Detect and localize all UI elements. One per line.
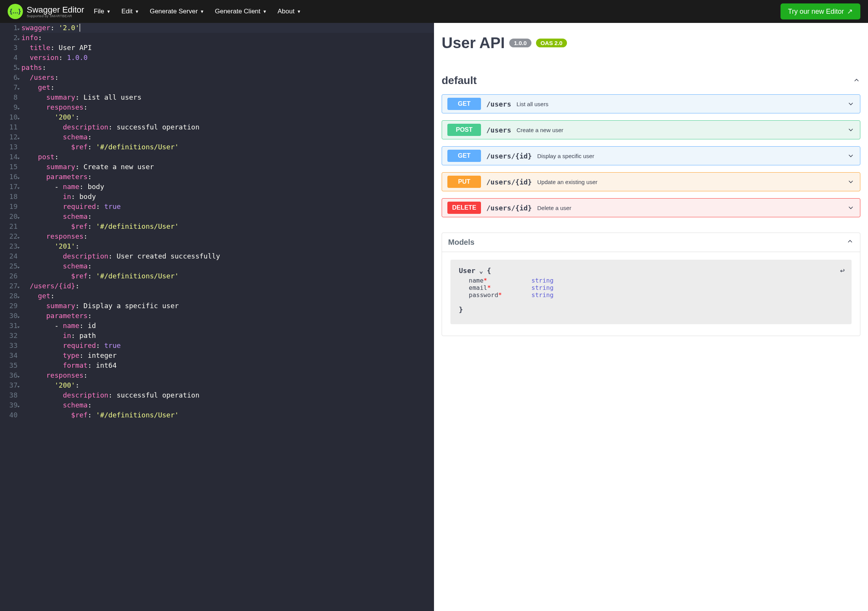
editor-code[interactable]: swagger: '2.0'info: title: User API vers… [21, 23, 434, 420]
chevron-down-icon [847, 204, 855, 212]
split-pane: 1234567891011121314151617181920212223242… [0, 23, 868, 611]
chevron-down-icon: ▼ [297, 9, 301, 14]
chevron-down-icon [847, 178, 855, 186]
model-prop-type: string [531, 291, 554, 299]
operation-summary: List all users [517, 101, 548, 107]
models-section: Models ↩ User ⌄ { name*stringemail*strin… [442, 233, 860, 336]
model-prop-name: name* [459, 277, 531, 284]
operation-path: /users/{id} [486, 204, 532, 212]
model-prop-row: password*string [459, 291, 843, 299]
version-badge: 1.0.0 [509, 39, 531, 47]
chevron-down-icon [847, 100, 855, 108]
app-header: {…} Swagger Editor Supported by SMARTBEA… [0, 0, 868, 23]
model-prop-row: email*string [459, 284, 843, 291]
operation-list: GET/usersList all usersPOST/usersCreate … [442, 94, 860, 217]
editor-gutter: 1234567891011121314151617181920212223242… [0, 23, 21, 420]
method-badge: DELETE [447, 202, 481, 214]
method-badge: POST [447, 124, 481, 136]
operation-summary: Create a new user [517, 127, 564, 133]
chevron-down-icon[interactable]: ⌄ [479, 267, 483, 275]
menu-about[interactable]: About▼ [277, 8, 301, 15]
brand-name: Swagger Editor [27, 5, 84, 15]
operation-path: /users [486, 100, 511, 108]
main-menu: File▼ Edit▼ Generate Server▼ Generate Cl… [94, 8, 301, 15]
external-link-icon: ↗ [847, 7, 853, 16]
model-prop-type: string [531, 277, 554, 284]
chevron-down-icon [847, 152, 855, 160]
method-badge: GET [447, 150, 481, 162]
menu-generate-server[interactable]: Generate Server▼ [150, 8, 204, 15]
model-prop-name: password* [459, 291, 531, 299]
tag-default-section-header[interactable]: default [442, 74, 860, 87]
menu-label: About [277, 8, 294, 15]
menu-generate-client[interactable]: Generate Client▼ [215, 8, 267, 15]
oas-badge: OAS 2.0 [536, 39, 567, 47]
method-badge: PUT [447, 176, 481, 188]
operation-row[interactable]: PUT/users/{id}Update an existing user [442, 172, 860, 191]
try-new-editor-button[interactable]: Try our new Editor ↗ [781, 3, 860, 19]
operation-row[interactable]: GET/usersList all users [442, 94, 860, 113]
chevron-down-icon: ▼ [135, 9, 139, 14]
operation-path: /users/{id} [486, 178, 532, 186]
brace-open: { [487, 267, 491, 275]
logo-text-block: Swagger Editor Supported by SMARTBEAR [27, 5, 84, 18]
api-title-text: User API [442, 34, 505, 52]
chevron-down-icon: ▼ [107, 9, 111, 14]
model-prop-name: email* [459, 284, 531, 291]
menu-file[interactable]: File▼ [94, 8, 110, 15]
model-props: name*stringemail*stringpassword*string [459, 277, 843, 299]
menu-label: Generate Server [150, 8, 198, 15]
operation-row[interactable]: DELETE/users/{id}Delete a user [442, 198, 860, 217]
swagger-logo-icon: {…} [8, 4, 23, 19]
model-prop-row: name*string [459, 277, 843, 284]
operation-summary: Update an existing user [537, 179, 598, 185]
operation-row[interactable]: POST/usersCreate a new user [442, 120, 860, 139]
chevron-down-icon [847, 126, 855, 134]
brace-close: } [459, 306, 843, 314]
menu-label: Generate Client [215, 8, 260, 15]
operation-path: /users [486, 126, 511, 134]
editor-pane[interactable]: 1234567891011121314151617181920212223242… [0, 23, 434, 611]
swagger-logo[interactable]: {…} Swagger Editor Supported by SMARTBEA… [8, 4, 84, 19]
chevron-down-icon: ▼ [263, 9, 267, 14]
models-title: Models [448, 238, 474, 247]
section-name: default [442, 74, 477, 87]
model-user[interactable]: ↩ User ⌄ { name*stringemail*stringpasswo… [450, 260, 852, 324]
operation-summary: Delete a user [537, 205, 571, 211]
preview-pane: User API 1.0.0 OAS 2.0 default GET/users… [434, 23, 868, 611]
method-badge: GET [447, 98, 481, 110]
chevron-up-icon [853, 74, 860, 87]
model-prop-type: string [531, 284, 554, 291]
cta-label: Try our new Editor [788, 8, 844, 16]
operation-row[interactable]: GET/users/{id}Display a specific user [442, 146, 860, 165]
models-header[interactable]: Models [442, 233, 860, 252]
menu-label: File [94, 8, 104, 15]
menu-label: Edit [121, 8, 133, 15]
model-name: User [459, 267, 475, 275]
operation-summary: Display a specific user [537, 153, 594, 159]
menu-edit[interactable]: Edit▼ [121, 8, 139, 15]
chevron-up-icon [846, 238, 854, 247]
api-title: User API 1.0.0 OAS 2.0 [442, 34, 860, 52]
collapse-icon[interactable]: ↩ [840, 266, 845, 275]
header-left: {…} Swagger Editor Supported by SMARTBEA… [8, 4, 301, 19]
operation-path: /users/{id} [486, 152, 532, 160]
chevron-down-icon: ▼ [200, 9, 204, 14]
